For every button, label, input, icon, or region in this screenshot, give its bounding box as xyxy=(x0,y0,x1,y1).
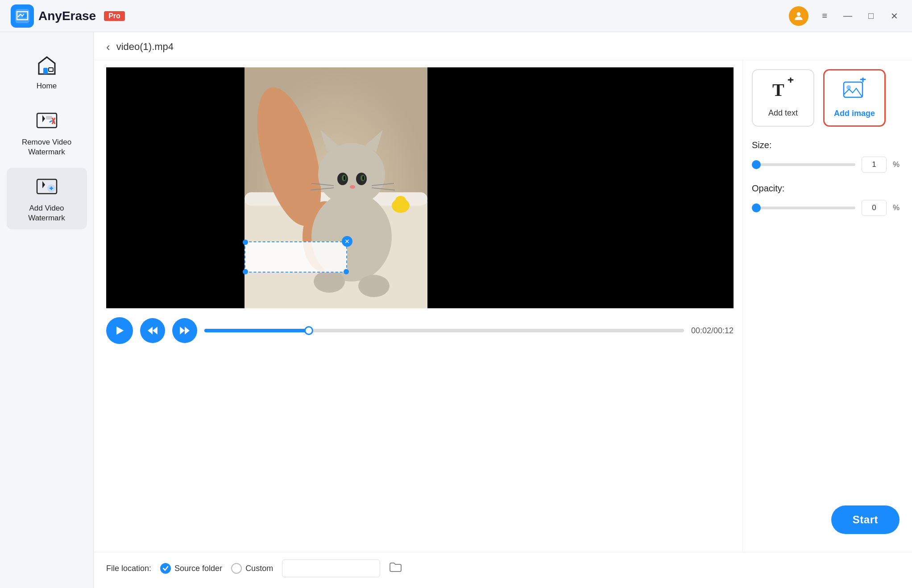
svg-marker-9 xyxy=(42,181,45,188)
opacity-slider-section: Opacity: 0 % xyxy=(752,183,900,216)
forward-button[interactable] xyxy=(172,318,197,343)
watermark-selection-box[interactable]: ✕ xyxy=(245,241,347,273)
logo-icon xyxy=(11,4,34,28)
svg-marker-39 xyxy=(185,327,190,334)
playback-controls: 00:02/00:12 xyxy=(106,308,734,350)
opacity-slider-thumb[interactable] xyxy=(752,203,761,212)
play-button[interactable] xyxy=(106,317,133,344)
content-header: ‹ video(1).mp4 xyxy=(94,32,912,60)
custom-path-input[interactable] xyxy=(282,559,380,577)
add-image-icon xyxy=(842,78,867,104)
start-button-area: Start xyxy=(752,227,900,543)
custom-radio[interactable] xyxy=(231,563,242,574)
svg-marker-38 xyxy=(180,327,185,334)
svg-point-31 xyxy=(314,270,345,293)
remove-watermark-icon xyxy=(35,110,58,133)
user-avatar[interactable] xyxy=(789,6,808,26)
svg-point-32 xyxy=(358,275,390,297)
size-value-box: 1 xyxy=(862,157,887,173)
app-logo: AnyErase Pro xyxy=(11,4,125,28)
titlebar: AnyErase Pro ≡ — □ ✕ xyxy=(0,0,912,32)
pro-badge: Pro xyxy=(104,11,125,21)
video-preview[interactable]: ✕ xyxy=(106,67,734,308)
add-image-button[interactable]: Add image xyxy=(823,69,886,127)
main-layout: Home Remove VideoWatermark xyxy=(0,32,912,588)
start-button[interactable]: Start xyxy=(831,505,900,534)
size-slider-section: Size: 1 % xyxy=(752,140,900,173)
opacity-label: Opacity: xyxy=(752,183,900,194)
resize-handle-bl[interactable] xyxy=(243,269,248,274)
resize-handle-br[interactable] xyxy=(344,269,349,274)
tools-row: T Add text xyxy=(752,69,900,127)
custom-option[interactable]: Custom xyxy=(231,563,273,574)
minimize-button[interactable]: — xyxy=(841,9,855,23)
watermark-close-button[interactable]: ✕ xyxy=(342,236,352,247)
svg-point-42 xyxy=(846,85,851,90)
progress-thumb[interactable] xyxy=(304,326,313,335)
time-display: 00:02/00:12 xyxy=(691,326,734,335)
source-folder-radio[interactable] xyxy=(160,563,171,574)
svg-rect-4 xyxy=(49,68,53,71)
svg-rect-7 xyxy=(46,116,52,120)
svg-point-2 xyxy=(797,12,801,16)
svg-point-25 xyxy=(362,176,364,180)
add-image-label: Add image xyxy=(834,109,875,118)
add-watermark-icon xyxy=(35,176,58,199)
source-folder-option[interactable]: Source folder xyxy=(160,563,222,574)
file-location-label: File location: xyxy=(106,564,151,573)
video-black-right xyxy=(631,67,734,308)
svg-rect-41 xyxy=(844,82,862,97)
svg-point-24 xyxy=(344,176,345,180)
sidebar-item-remove-watermark[interactable]: Remove VideoWatermark xyxy=(7,102,87,163)
progress-bar[interactable] xyxy=(204,329,684,332)
content-area: ‹ video(1).mp4 xyxy=(94,32,912,588)
app-name: AnyErase xyxy=(38,9,96,23)
size-slider-row: 1 % xyxy=(752,157,900,173)
close-button[interactable]: ✕ xyxy=(887,9,901,23)
rewind-button[interactable] xyxy=(140,318,165,343)
video-panel: ✕ xyxy=(94,60,912,552)
size-label: Size: xyxy=(752,140,900,150)
svg-text:T: T xyxy=(772,80,784,100)
browse-folder-button[interactable] xyxy=(389,562,402,575)
svg-marker-6 xyxy=(42,115,45,122)
svg-marker-36 xyxy=(148,327,153,334)
opacity-slider-track[interactable] xyxy=(752,207,855,209)
opacity-unit: % xyxy=(893,203,900,212)
progress-fill xyxy=(204,329,310,332)
bottom-bar: File location: Source folder Custom xyxy=(94,552,912,588)
menu-button[interactable]: ≡ xyxy=(817,9,832,23)
maximize-button[interactable]: □ xyxy=(864,9,878,23)
add-text-label: Add text xyxy=(768,108,798,118)
svg-point-17 xyxy=(318,143,385,206)
svg-rect-3 xyxy=(43,68,48,74)
svg-point-34 xyxy=(395,196,406,205)
svg-point-26 xyxy=(350,185,355,189)
sidebar: Home Remove VideoWatermark xyxy=(0,32,94,588)
file-title: video(1).mp4 xyxy=(116,41,174,53)
sidebar-item-add-label: Add VideoWatermark xyxy=(28,203,65,223)
right-panel: T Add text xyxy=(742,60,912,552)
size-value: 1 xyxy=(872,160,876,169)
add-text-icon: T xyxy=(771,77,796,104)
source-folder-label: Source folder xyxy=(174,564,222,573)
video-section: ✕ xyxy=(94,60,742,552)
opacity-value-box: 0 xyxy=(862,200,887,216)
size-slider-track[interactable] xyxy=(752,163,855,166)
sidebar-item-remove-label: Remove VideoWatermark xyxy=(22,137,71,157)
size-unit: % xyxy=(893,160,900,169)
sidebar-item-add-watermark[interactable]: Add VideoWatermark xyxy=(7,168,87,229)
custom-label: Custom xyxy=(245,564,273,573)
svg-marker-37 xyxy=(153,327,158,334)
svg-marker-35 xyxy=(116,327,124,335)
back-button[interactable]: ‹ xyxy=(106,41,110,53)
add-text-button[interactable]: T Add text xyxy=(752,69,814,127)
sidebar-item-home[interactable]: Home xyxy=(7,46,87,97)
size-slider-thumb[interactable] xyxy=(752,160,761,169)
window-controls: ≡ — □ ✕ xyxy=(789,6,901,26)
home-icon xyxy=(35,54,58,77)
resize-handle-tl[interactable] xyxy=(243,240,248,245)
opacity-value: 0 xyxy=(872,203,876,212)
sidebar-item-home-label: Home xyxy=(37,81,57,91)
video-black-left xyxy=(106,67,245,308)
